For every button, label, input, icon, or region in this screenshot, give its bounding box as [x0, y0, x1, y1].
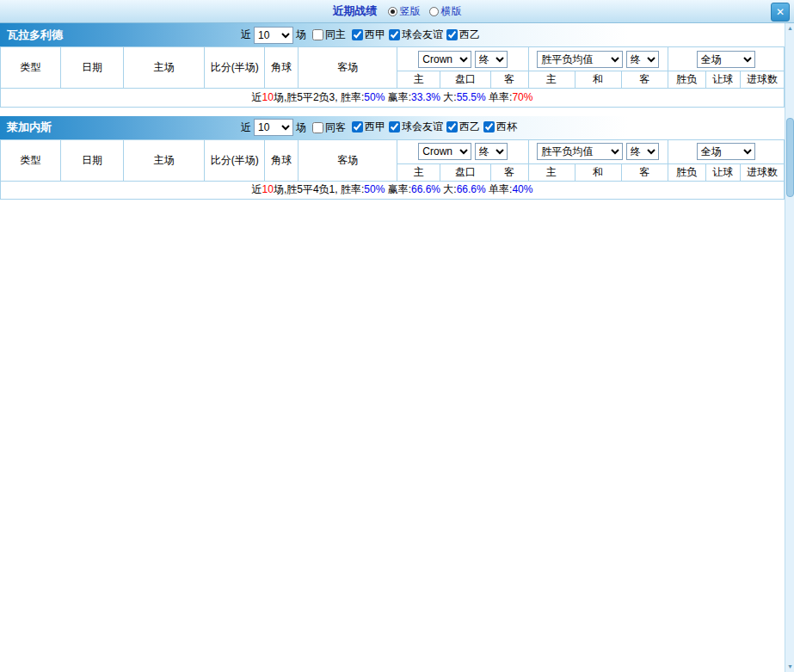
summary-segment: 近: [252, 91, 262, 103]
radio-vertical-dot[interactable]: [388, 7, 397, 16]
league-checkbox[interactable]: [446, 29, 458, 40]
europe-odds-header: 胜平负均值 终: [528, 139, 668, 163]
summary-segment: 赢率:: [385, 183, 411, 195]
final-odds-select[interactable]: 终: [475, 51, 508, 68]
col-avg-home: 主: [528, 163, 575, 181]
summary-segment: 66.6%: [457, 183, 486, 195]
summary-segment: 大:: [440, 91, 457, 103]
league-label: 西杯: [496, 120, 517, 134]
team-header-bar: 莱加内斯 近 10 场 同客 西甲球会友谊西乙西杯: [0, 116, 785, 139]
league-checkbox[interactable]: [483, 121, 495, 133]
close-button[interactable]: ✕: [771, 3, 790, 22]
team-section-leganes: 莱加内斯 近 10 场 同客 西甲球会友谊西乙西杯 类型 日期 主场 比分(半场…: [0, 116, 785, 200]
col-odds-home: 主: [397, 163, 440, 181]
col-result: 胜负: [668, 163, 705, 181]
titlebar: 近期战绩 竖版 横版 ✕: [0, 0, 794, 23]
avg-odds-select[interactable]: 胜平负均值: [537, 51, 623, 68]
filter-bar: 近 10 场 同客 西甲球会友谊西乙西杯: [241, 119, 517, 136]
matches-table: 类型 日期 主场 比分(半场) 角球 客场 Crown 终 胜平负均值 终 全场: [0, 139, 785, 182]
same-venue-filter[interactable]: 同主: [312, 28, 346, 42]
final-odds-select[interactable]: 终: [626, 143, 659, 160]
same-venue-label: 同主: [325, 28, 346, 42]
col-home: 主场: [124, 139, 205, 181]
summary-segment: 赢率:: [385, 91, 411, 103]
league-filter[interactable]: 西乙: [446, 120, 480, 134]
league-checkbox[interactable]: [352, 29, 363, 40]
radio-horizontal-dot[interactable]: [429, 7, 439, 16]
summary-segment: 50%: [364, 183, 385, 195]
col-odds-away: 客: [490, 163, 528, 181]
same-venue-checkbox[interactable]: [312, 29, 323, 40]
summary-segment: 40%: [512, 183, 532, 195]
col-home: 主场: [124, 47, 205, 89]
page-title: 近期战绩: [333, 3, 378, 19]
layout-radio-group: 竖版 横版: [388, 4, 462, 19]
summary-segment: 场,胜5平4负1, 胜率:: [274, 183, 364, 195]
fulltime-header: 全场: [668, 139, 784, 163]
league-checkbox[interactable]: [389, 121, 400, 133]
league-checkbox[interactable]: [389, 29, 400, 40]
summary-segment: 单率:: [486, 183, 513, 195]
col-odds-away: 客: [490, 71, 528, 89]
col-handicap: 盘口: [440, 71, 490, 89]
col-goals: 进球数: [740, 163, 784, 181]
summary-segment: 66.6%: [411, 183, 440, 195]
col-handicap-result: 让球: [705, 71, 740, 89]
bookmaker-select[interactable]: Crown: [418, 143, 471, 160]
col-away: 客场: [299, 47, 397, 89]
radio-vertical-label: 竖版: [400, 4, 421, 19]
team-name-title: 莱加内斯: [0, 120, 241, 135]
summary-segment: 55.5%: [457, 91, 486, 103]
summary-segment: 大:: [440, 183, 457, 195]
league-filter[interactable]: 西甲: [352, 120, 385, 134]
final-odds-select[interactable]: 终: [475, 143, 508, 160]
summary-segment: 近: [252, 183, 262, 195]
radio-horizontal-label: 横版: [441, 4, 462, 19]
col-date: 日期: [61, 139, 124, 181]
radio-vertical[interactable]: 竖版: [388, 4, 421, 19]
league-label: 西乙: [459, 28, 480, 42]
league-label: 球会友谊: [402, 120, 443, 134]
league-filter[interactable]: 西乙: [446, 28, 480, 42]
summary-segment: 单率:: [486, 91, 513, 103]
col-avg-home: 主: [528, 71, 575, 89]
col-avg-draw: 和: [575, 163, 621, 181]
col-date: 日期: [61, 47, 124, 89]
league-filter[interactable]: 球会友谊: [389, 28, 443, 42]
scroll-up-arrow[interactable]: ▲: [785, 23, 794, 34]
scrollbar-thumb[interactable]: [786, 118, 794, 197]
team-name-title: 瓦拉多利德: [0, 28, 241, 43]
avg-odds-select[interactable]: 胜平负均值: [537, 143, 623, 160]
col-handicap-result: 让球: [705, 163, 740, 181]
fulltime-select[interactable]: 全场: [697, 143, 755, 160]
radio-horizontal[interactable]: 横版: [429, 4, 462, 19]
match-count-select[interactable]: 10: [254, 119, 293, 136]
league-checkbox[interactable]: [352, 121, 363, 133]
match-count-select[interactable]: 10: [254, 27, 293, 44]
games-label: 场: [296, 28, 306, 42]
league-filter[interactable]: 西甲: [352, 28, 385, 42]
scrollbar-track[interactable]: ▲ ▼: [785, 23, 794, 672]
scroll-down-arrow[interactable]: ▼: [785, 662, 794, 672]
summary-segment: 场,胜5平2负3, 胜率:: [274, 91, 364, 103]
fulltime-header: 全场: [668, 47, 784, 71]
col-avg-away: 客: [621, 163, 668, 181]
league-filter[interactable]: 西杯: [483, 120, 517, 134]
final-odds-select[interactable]: 终: [626, 51, 659, 68]
same-venue-filter[interactable]: 同客: [312, 120, 346, 135]
team-header-bar: 瓦拉多利德 近 10 场 同主 西甲球会友谊西乙: [0, 23, 785, 46]
col-corners: 角球: [265, 139, 299, 181]
league-label: 西甲: [365, 120, 385, 134]
near-label: 近: [241, 28, 251, 42]
col-score: 比分(半场): [205, 139, 265, 181]
col-result: 胜负: [668, 71, 705, 89]
col-score: 比分(半场): [205, 47, 265, 89]
league-filter[interactable]: 球会友谊: [389, 120, 443, 134]
fulltime-select[interactable]: 全场: [697, 51, 755, 68]
team-section-valladolid: 瓦拉多利德 近 10 场 同主 西甲球会友谊西乙 类型 日期 主场 比分(半场): [0, 23, 785, 108]
col-away: 客场: [299, 139, 397, 181]
col-handicap: 盘口: [440, 163, 490, 181]
league-checkbox[interactable]: [446, 121, 458, 133]
bookmaker-select[interactable]: Crown: [418, 51, 471, 68]
same-venue-checkbox[interactable]: [312, 122, 323, 133]
